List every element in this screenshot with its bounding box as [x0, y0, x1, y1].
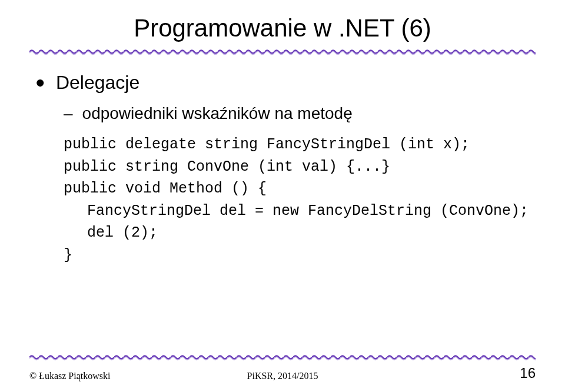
slide-footer: © Łukasz Piątkowski PiKSR, 2014/2015 16 [29, 365, 536, 381]
code-line: public string ConvOne (int val) {...} [64, 156, 536, 178]
code-line: public void Method () { [64, 178, 536, 200]
footer-page-number: 16 [520, 365, 536, 381]
svg-rect-0 [29, 48, 536, 55]
footer-author: © Łukasz Piątkowski [29, 371, 110, 381]
code-block: public delegate string FancyStringDel (i… [64, 134, 536, 266]
code-line: del (2); [64, 222, 536, 244]
code-line: public delegate string FancyStringDel (i… [64, 134, 536, 156]
slide-title: Programowanie w .NET (6) [29, 14, 536, 42]
slide-content: ● Delegacje – odpowiedniki wskaźników na… [29, 66, 536, 266]
top-divider [29, 47, 536, 54]
bullet-level-2: – odpowiedniki wskaźników na metodę [64, 104, 536, 123]
bullet-dot-icon: ● [35, 74, 45, 91]
code-line: FancyStringDel del = new FancyDelString … [64, 200, 536, 222]
bullet-level-1: ● Delegacje [35, 72, 536, 94]
bottom-divider [29, 353, 536, 360]
bullet-2-text: odpowiedniki wskaźników na metodę [82, 104, 353, 123]
code-line: } [64, 244, 536, 267]
bullet-dash-icon: – [64, 104, 73, 123]
footer-course: PiKSR, 2014/2015 [247, 371, 318, 381]
bullet-1-text: Delegacje [56, 72, 139, 94]
svg-rect-1 [29, 354, 536, 361]
